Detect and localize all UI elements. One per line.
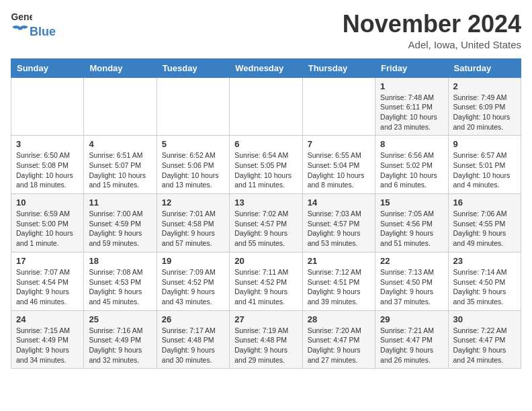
day-cell: 28Sunrise: 7:20 AM Sunset: 4:47 PM Dayli… <box>302 310 375 369</box>
day-number: 17 <box>16 256 79 266</box>
day-number: 9 <box>453 139 516 149</box>
day-number: 16 <box>453 197 516 208</box>
week-row-3: 10Sunrise: 6:59 AM Sunset: 5:00 PM Dayli… <box>11 194 521 253</box>
bird-icon <box>11 24 30 39</box>
day-cell: 5Sunrise: 6:52 AM Sunset: 5:06 PM Daylig… <box>157 136 229 194</box>
day-info: Sunrise: 7:06 AM Sunset: 4:55 PM Dayligh… <box>453 209 516 248</box>
weekday-header-wednesday: Wednesday <box>230 58 302 77</box>
day-info: Sunrise: 7:49 AM Sunset: 6:09 PM Dayligh… <box>453 93 516 132</box>
day-number: 29 <box>380 314 443 324</box>
day-cell: 1Sunrise: 7:48 AM Sunset: 6:11 PM Daylig… <box>375 77 448 136</box>
day-number: 27 <box>234 314 297 324</box>
day-info: Sunrise: 7:07 AM Sunset: 4:54 PM Dayligh… <box>16 267 79 307</box>
day-cell: 9Sunrise: 6:57 AM Sunset: 5:01 PM Daylig… <box>448 136 521 194</box>
weekday-header-thursday: Thursday <box>302 58 375 77</box>
day-cell: 23Sunrise: 7:14 AM Sunset: 4:50 PM Dayli… <box>448 252 521 310</box>
day-number: 19 <box>162 256 224 266</box>
day-number: 22 <box>380 256 443 266</box>
logo-icon: General <box>11 11 32 24</box>
day-info: Sunrise: 7:08 AM Sunset: 4:53 PM Dayligh… <box>89 267 151 307</box>
weekday-header-friday: Friday <box>375 58 448 77</box>
day-info: Sunrise: 7:48 AM Sunset: 6:11 PM Dayligh… <box>380 93 443 132</box>
day-info: Sunrise: 7:13 AM Sunset: 4:50 PM Dayligh… <box>380 267 443 307</box>
day-cell: 29Sunrise: 7:21 AM Sunset: 4:47 PM Dayli… <box>375 310 448 369</box>
day-cell: 2Sunrise: 7:49 AM Sunset: 6:09 PM Daylig… <box>448 77 521 136</box>
day-info: Sunrise: 6:52 AM Sunset: 5:06 PM Dayligh… <box>162 150 224 190</box>
day-number: 13 <box>234 197 297 208</box>
day-cell: 12Sunrise: 7:01 AM Sunset: 4:58 PM Dayli… <box>157 194 229 253</box>
location-title: Adel, Iowa, United States <box>343 39 521 50</box>
page-header: General Blue November 2024 Adel, Iowa, U… <box>11 11 521 50</box>
day-cell: 18Sunrise: 7:08 AM Sunset: 4:53 PM Dayli… <box>84 252 157 310</box>
day-info: Sunrise: 6:56 AM Sunset: 5:02 PM Dayligh… <box>380 150 443 190</box>
svg-text:General: General <box>11 11 32 22</box>
day-number: 23 <box>453 256 516 266</box>
month-title: November 2024 <box>343 11 521 38</box>
day-info: Sunrise: 6:57 AM Sunset: 5:01 PM Dayligh… <box>453 150 516 190</box>
day-info: Sunrise: 7:15 AM Sunset: 4:49 PM Dayligh… <box>16 326 79 365</box>
logo: General Blue <box>11 11 56 39</box>
title-block: November 2024 Adel, Iowa, United States <box>343 11 521 50</box>
day-cell: 17Sunrise: 7:07 AM Sunset: 4:54 PM Dayli… <box>11 252 84 310</box>
weekday-header-tuesday: Tuesday <box>157 58 229 77</box>
weekday-header-sunday: Sunday <box>11 58 84 77</box>
day-number: 18 <box>89 256 151 266</box>
day-cell: 3Sunrise: 6:50 AM Sunset: 5:08 PM Daylig… <box>11 136 84 194</box>
day-info: Sunrise: 7:14 AM Sunset: 4:50 PM Dayligh… <box>453 267 516 307</box>
day-number: 24 <box>16 314 79 324</box>
day-number: 1 <box>380 81 443 91</box>
day-cell: 30Sunrise: 7:22 AM Sunset: 4:47 PM Dayli… <box>448 310 521 369</box>
day-cell <box>11 77 84 136</box>
day-info: Sunrise: 6:51 AM Sunset: 5:07 PM Dayligh… <box>89 150 151 190</box>
day-cell: 13Sunrise: 7:02 AM Sunset: 4:57 PM Dayli… <box>230 194 302 253</box>
day-number: 11 <box>89 197 151 208</box>
day-cell: 27Sunrise: 7:19 AM Sunset: 4:48 PM Dayli… <box>230 310 302 369</box>
day-number: 20 <box>234 256 297 266</box>
day-info: Sunrise: 7:20 AM Sunset: 4:47 PM Dayligh… <box>308 326 370 365</box>
week-row-5: 24Sunrise: 7:15 AM Sunset: 4:49 PM Dayli… <box>11 310 521 369</box>
logo-blue-text: Blue <box>30 25 56 39</box>
day-cell: 26Sunrise: 7:17 AM Sunset: 4:48 PM Dayli… <box>157 310 229 369</box>
day-info: Sunrise: 7:19 AM Sunset: 4:48 PM Dayligh… <box>234 326 297 365</box>
day-number: 12 <box>162 197 224 208</box>
day-number: 5 <box>162 139 224 149</box>
day-cell: 15Sunrise: 7:05 AM Sunset: 4:56 PM Dayli… <box>375 194 448 253</box>
day-info: Sunrise: 7:11 AM Sunset: 4:52 PM Dayligh… <box>234 267 297 307</box>
day-number: 6 <box>234 139 297 149</box>
day-cell: 19Sunrise: 7:09 AM Sunset: 4:52 PM Dayli… <box>157 252 229 310</box>
day-number: 26 <box>162 314 224 324</box>
day-cell <box>157 77 229 136</box>
day-cell: 22Sunrise: 7:13 AM Sunset: 4:50 PM Dayli… <box>375 252 448 310</box>
week-row-4: 17Sunrise: 7:07 AM Sunset: 4:54 PM Dayli… <box>11 252 521 310</box>
day-cell: 21Sunrise: 7:12 AM Sunset: 4:51 PM Dayli… <box>302 252 375 310</box>
day-info: Sunrise: 7:12 AM Sunset: 4:51 PM Dayligh… <box>308 267 370 307</box>
day-info: Sunrise: 7:16 AM Sunset: 4:49 PM Dayligh… <box>89 326 151 365</box>
day-info: Sunrise: 6:55 AM Sunset: 5:04 PM Dayligh… <box>308 150 370 190</box>
day-cell <box>84 77 157 136</box>
day-info: Sunrise: 7:09 AM Sunset: 4:52 PM Dayligh… <box>162 267 224 307</box>
day-cell <box>230 77 302 136</box>
day-cell: 6Sunrise: 6:54 AM Sunset: 5:05 PM Daylig… <box>230 136 302 194</box>
day-info: Sunrise: 6:59 AM Sunset: 5:00 PM Dayligh… <box>16 209 79 248</box>
day-cell: 20Sunrise: 7:11 AM Sunset: 4:52 PM Dayli… <box>230 252 302 310</box>
day-info: Sunrise: 6:50 AM Sunset: 5:08 PM Dayligh… <box>16 150 79 190</box>
calendar-table: SundayMondayTuesdayWednesdayThursdayFrid… <box>11 58 521 369</box>
day-cell: 16Sunrise: 7:06 AM Sunset: 4:55 PM Dayli… <box>448 194 521 253</box>
day-cell: 25Sunrise: 7:16 AM Sunset: 4:49 PM Dayli… <box>84 310 157 369</box>
day-info: Sunrise: 7:17 AM Sunset: 4:48 PM Dayligh… <box>162 326 224 365</box>
day-cell <box>302 77 375 136</box>
weekday-header-monday: Monday <box>84 58 157 77</box>
day-number: 15 <box>380 197 443 208</box>
day-info: Sunrise: 7:05 AM Sunset: 4:56 PM Dayligh… <box>380 209 443 248</box>
day-number: 2 <box>453 81 516 91</box>
day-cell: 10Sunrise: 6:59 AM Sunset: 5:00 PM Dayli… <box>11 194 84 253</box>
day-cell: 11Sunrise: 7:00 AM Sunset: 4:59 PM Dayli… <box>84 194 157 253</box>
day-info: Sunrise: 6:54 AM Sunset: 5:05 PM Dayligh… <box>234 150 297 190</box>
day-info: Sunrise: 7:03 AM Sunset: 4:57 PM Dayligh… <box>308 209 370 248</box>
day-info: Sunrise: 7:22 AM Sunset: 4:47 PM Dayligh… <box>453 326 516 365</box>
day-number: 30 <box>453 314 516 324</box>
week-row-2: 3Sunrise: 6:50 AM Sunset: 5:08 PM Daylig… <box>11 136 521 194</box>
day-number: 8 <box>380 139 443 149</box>
day-cell: 4Sunrise: 6:51 AM Sunset: 5:07 PM Daylig… <box>84 136 157 194</box>
day-cell: 8Sunrise: 6:56 AM Sunset: 5:02 PM Daylig… <box>375 136 448 194</box>
